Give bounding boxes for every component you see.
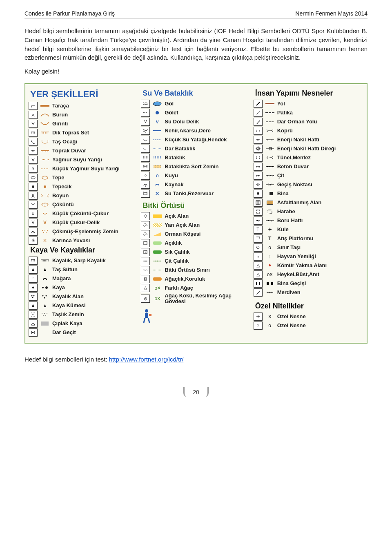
icd-icon: ∪	[29, 210, 38, 218]
svg-point-10	[46, 232, 47, 233]
row-özel-1: ×Özel Nesne	[254, 312, 363, 321]
map-icon	[151, 239, 163, 247]
test-link[interactable]: http://www.fortnet.org/icd/tr/	[109, 356, 184, 363]
column-manmade-special: İnsan Yapımı Nesneler Yol Patika Dar Orm…	[254, 88, 363, 337]
section-title-vegetation: Bitki Örtüsü	[141, 201, 251, 212]
icd-icon	[29, 102, 38, 110]
icd-icon	[254, 145, 263, 153]
row-tepecik: Tepecik	[29, 182, 138, 191]
svg-point-2	[47, 150, 49, 151]
svg-point-39	[146, 261, 147, 261]
row-su-dolu-delik: VvSu Dolu Delik	[141, 117, 251, 126]
svg-point-18	[33, 313, 33, 313]
svg-point-3	[31, 176, 35, 179]
map-icon: o	[264, 244, 276, 251]
map-icon	[264, 190, 276, 197]
page-header: Condes ile Parkur Planlamaya Giriş Nermi…	[24, 10, 368, 18]
row-burun: Burun	[29, 110, 138, 119]
svg-point-40	[155, 261, 156, 261]
icd-icon: T	[254, 225, 263, 234]
icd-icon	[141, 136, 150, 144]
icd-icon	[254, 217, 263, 225]
svg-point-38	[145, 261, 146, 261]
map-icon	[151, 136, 163, 143]
row-yol: Yol	[254, 99, 363, 108]
row-çıplak-kaya: Çıplak Kaya	[29, 319, 138, 328]
map-icon	[39, 147, 51, 154]
icd-icon	[29, 292, 38, 301]
row-asfalt: Asfaltlanmış Alan	[254, 198, 363, 207]
svg-rect-34	[144, 241, 147, 245]
map-icon	[39, 266, 51, 273]
map-icon	[39, 210, 51, 217]
row-boyun: )(Boyun	[29, 191, 138, 200]
row-taşlık-zemin: Taşlık Zemin	[29, 310, 138, 319]
svg-point-49	[267, 166, 268, 167]
map-icon	[39, 257, 51, 264]
icd-icon	[29, 174, 38, 182]
symbol-chart: YER ŞEKİLLERİ Taraça Burun Girinti Dik T…	[24, 83, 368, 344]
svg-point-20	[32, 314, 33, 315]
row-özel-2: ○oÖzel Nesne	[254, 321, 363, 330]
map-icon	[151, 109, 163, 116]
icd-icon	[254, 313, 263, 321]
map-icon	[39, 228, 51, 235]
svg-rect-54	[256, 282, 257, 285]
icd-icon	[254, 252, 263, 261]
svg-rect-45	[145, 313, 148, 318]
map-icon	[151, 257, 163, 265]
icd-icon	[254, 163, 263, 171]
row-kayalık-alan: Kayalık Alan	[29, 292, 138, 301]
map-icon	[39, 174, 51, 181]
row-orman-köşesi: Orman Köşesi	[141, 230, 251, 239]
icd-icon	[29, 120, 38, 128]
section-title-manmade: İnsan Yapımı Nesneler	[254, 88, 363, 99]
map-icon	[39, 102, 51, 109]
map-icon	[151, 127, 163, 134]
icd-icon	[141, 257, 150, 265]
map-icon	[264, 154, 276, 161]
icd-icon	[141, 109, 150, 117]
header-left: Condes ile Parkur Planlamaya Giriş	[24, 10, 115, 17]
section-title-water: Su Ve Bataklık	[141, 88, 251, 99]
icd-icon	[29, 319, 38, 328]
map-icon: V	[39, 219, 51, 226]
icd-icon	[29, 165, 38, 173]
svg-point-23	[33, 316, 33, 317]
footer-link-paragraph: Hedef bilgi sembolleri için test: http:/…	[24, 356, 368, 363]
row-boru-hattı: Boru Hattı	[254, 216, 363, 225]
map-icon: ↑	[264, 253, 276, 260]
footer-link-text: Hedef bilgi sembolleri için test:	[24, 356, 109, 363]
row-ağaç-kökü: ⊗o ×Ağaç Kökü, Kesilmiş Ağaç Gövdesi	[141, 292, 251, 305]
icd-icon	[29, 328, 38, 337]
svg-rect-32	[144, 192, 147, 195]
row-köprü: Köprü	[254, 126, 363, 135]
map-icon: o ×	[264, 271, 276, 278]
map-icon	[264, 262, 276, 269]
row-bina-geçişi: Bina Geçişi	[254, 279, 363, 288]
svg-point-7	[45, 230, 45, 231]
row-yağmur-suyu-yarığı: Yağmur Suyu Yarığı	[29, 155, 138, 164]
map-icon	[39, 138, 51, 145]
row-açıklık: Açıklık	[141, 239, 251, 248]
row-kömür-yakma: △Kömür Yakma Alanı	[254, 261, 363, 270]
row-heykel: △o ×Heykel,Büst,Anıt	[254, 270, 363, 279]
svg-point-21	[33, 314, 34, 315]
map-icon	[264, 208, 276, 215]
icd-icon	[141, 248, 150, 256]
row-küçük-çöküntü: ∪Küçük Çöküntü-Çukur	[29, 209, 138, 218]
svg-point-25	[42, 313, 42, 314]
map-icon: v	[151, 118, 163, 125]
row-harabe: Harabe	[254, 207, 363, 216]
icd-icon	[254, 136, 263, 144]
row-küçük-çukur: VVKüçük Çukur-Delik	[29, 218, 138, 227]
row-açık-alan: ◇Açık Alan	[141, 212, 251, 221]
icd-icon: V	[141, 118, 150, 126]
row-geçiş-noktası: Geçiş Noktası	[254, 180, 363, 189]
map-icon	[264, 118, 276, 125]
svg-point-26	[44, 313, 45, 314]
map-icon: o	[151, 172, 163, 179]
row-çit: Çit	[254, 171, 363, 180]
row-mağara: ∩Mağara	[29, 274, 138, 283]
row-çökmüş-zemin: Çökmüş-Eşelenmiş Zemin	[29, 227, 138, 236]
